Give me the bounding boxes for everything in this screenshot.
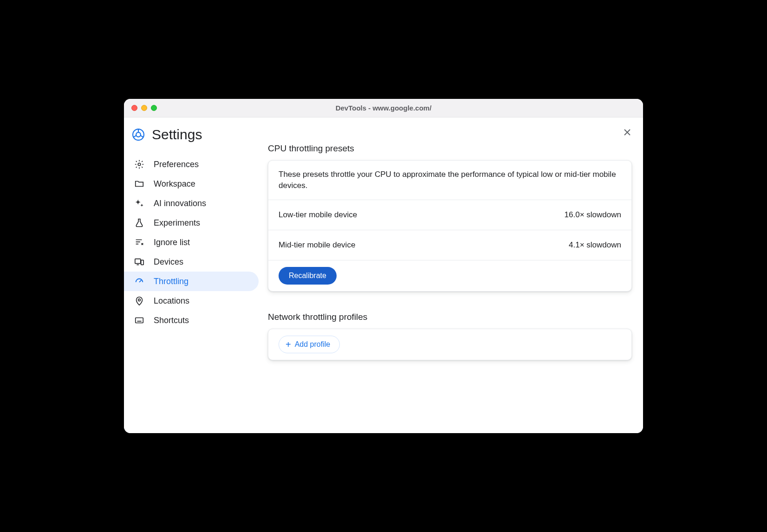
settings-nav: Preferences Workspace AI innovations [131,155,259,330]
svg-point-5 [138,299,141,301]
add-profile-label: Add profile [295,340,331,349]
sidebar-item-throttling[interactable]: Throttling [124,272,259,291]
cpu-throttling-description: These presets throttle your CPU to appro… [268,161,631,200]
flask-icon [134,218,144,228]
sidebar-item-label: AI innovations [154,199,206,208]
maximize-window-button[interactable] [151,105,157,111]
devices-icon [134,257,144,267]
sidebar-item-devices[interactable]: Devices [124,252,259,272]
preset-name: Low-tier mobile device [279,210,357,220]
add-profile-button[interactable]: + Add profile [279,336,340,353]
sidebar-item-label: Throttling [154,277,188,286]
svg-rect-4 [141,260,144,265]
sidebar-item-label: Shortcuts [154,316,189,325]
folder-icon [134,179,144,189]
settings-header: Settings [132,127,259,143]
keyboard-icon [134,315,144,325]
network-throttling-title: Network throttling profiles [268,312,632,322]
preset-name: Mid-tier mobile device [279,240,355,250]
svg-rect-3 [135,259,141,264]
sidebar-item-label: Workspace [154,179,195,189]
content-area: Settings Preferences Workspace [124,117,643,433]
main-panel: CPU throttling presets These presets thr… [263,117,643,433]
sidebar-item-workspace[interactable]: Workspace [124,174,259,194]
sidebar: Settings Preferences Workspace [124,117,263,433]
network-throttling-card: + Add profile [268,329,632,360]
preset-value: 16.0× slowdown [565,210,621,220]
recalibrate-button[interactable]: Recalibrate [279,267,337,285]
sidebar-item-label: Experiments [154,218,200,228]
sidebar-item-label: Locations [154,296,189,306]
minimize-window-button[interactable] [141,105,147,111]
sidebar-item-shortcuts[interactable]: Shortcuts [124,311,259,330]
sidebar-item-label: Ignore list [154,238,190,247]
preset-value: 4.1× slowdown [569,240,621,250]
sparkle-icon [134,198,144,208]
network-throttling-section: Network throttling profiles + Add profil… [268,312,632,360]
sidebar-item-experiments[interactable]: Experiments [124,213,259,233]
svg-rect-6 [136,318,143,323]
speedometer-icon [134,276,144,286]
preset-row: Mid-tier mobile device 4.1× slowdown [268,230,631,260]
location-pin-icon [134,296,144,306]
chrome-devtools-icon [132,129,144,141]
sidebar-item-ignore-list[interactable]: Ignore list [124,233,259,252]
window-title: DevTools - www.google.com/ [124,104,643,112]
sidebar-item-ai-innovations[interactable]: AI innovations [124,194,259,213]
close-window-button[interactable] [131,105,137,111]
devtools-window: DevTools - www.google.com/ Settings Pref… [124,99,643,433]
sidebar-item-preferences[interactable]: Preferences [124,155,259,174]
filter-x-icon [134,237,144,247]
close-icon[interactable] [623,128,632,139]
cpu-throttling-title: CPU throttling presets [268,143,632,154]
gear-icon [134,159,144,169]
titlebar: DevTools - www.google.com/ [124,99,643,117]
sidebar-item-label: Devices [154,257,183,267]
sidebar-item-locations[interactable]: Locations [124,291,259,311]
svg-point-2 [138,163,141,166]
settings-title: Settings [152,127,202,143]
plus-icon: + [286,340,291,349]
svg-point-1 [136,132,141,137]
preset-row: Low-tier mobile device 16.0× slowdown [268,200,631,230]
sidebar-item-label: Preferences [154,160,199,169]
card-footer: Recalibrate [268,260,631,291]
traffic-lights [131,105,157,111]
cpu-throttling-card: These presets throttle your CPU to appro… [268,160,632,292]
